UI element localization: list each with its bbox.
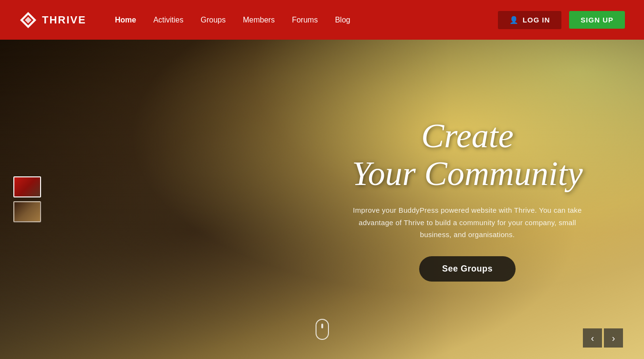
- nav-home[interactable]: Home: [115, 16, 136, 24]
- slide-thumb-1[interactable]: [13, 176, 41, 197]
- scroll-dot: [321, 324, 323, 328]
- nav-forums[interactable]: Forums: [292, 16, 317, 24]
- signup-button[interactable]: SIGN UP: [569, 11, 625, 29]
- nav-members[interactable]: Members: [243, 16, 275, 24]
- hero-content: Create Your Community Improve your Buddy…: [348, 117, 587, 282]
- scroll-indicator: [316, 319, 329, 340]
- logo-link[interactable]: THRIVE: [19, 11, 86, 29]
- nav-blog[interactable]: Blog: [335, 16, 350, 24]
- slide-thumb-2[interactable]: [13, 201, 41, 222]
- slider-next-button[interactable]: ›: [604, 328, 623, 348]
- hero-section: Create Your Community Improve your Buddy…: [0, 40, 644, 359]
- nav-activities[interactable]: Activities: [153, 16, 183, 24]
- navbar: THRIVE Home Activities Groups Members Fo…: [0, 0, 644, 40]
- login-button[interactable]: 👤 LOG IN: [498, 11, 562, 29]
- slide-thumbnails: [13, 176, 41, 222]
- nav-links: Home Activities Groups Members Forums Bl…: [115, 16, 498, 24]
- nav-groups[interactable]: Groups: [201, 16, 225, 24]
- nav-actions: 👤 LOG IN SIGN UP: [498, 11, 625, 29]
- see-groups-button[interactable]: See Groups: [419, 256, 516, 282]
- brand-name: THRIVE: [42, 14, 86, 26]
- hero-title: Create Your Community: [348, 117, 587, 193]
- person-icon: 👤: [509, 16, 519, 24]
- slider-prev-button[interactable]: ‹: [583, 328, 602, 348]
- logo-icon: [19, 11, 37, 29]
- scroll-mouse-icon: [316, 319, 329, 340]
- hero-subtitle: Improve your BuddyPress powered website …: [348, 204, 587, 241]
